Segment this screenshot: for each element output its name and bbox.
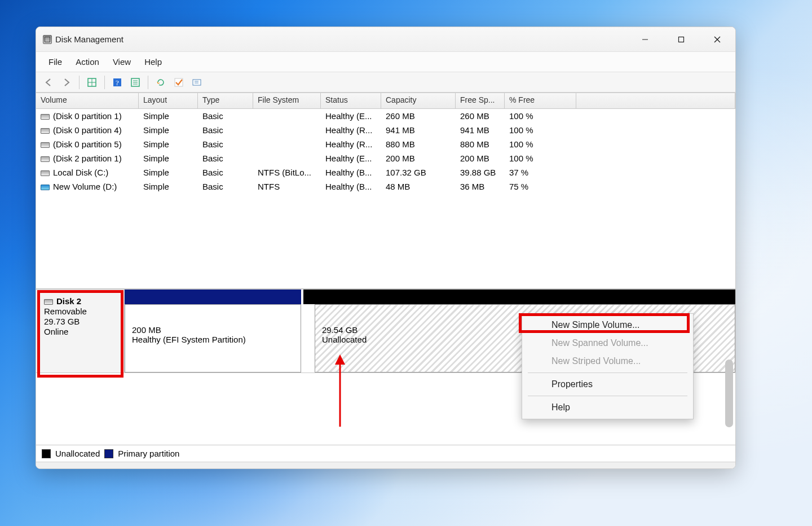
volume-table: Volume Layout Type File System Status Ca… [36,93,735,288]
list-icon [130,77,140,87]
cell-layout: Simple [139,125,198,135]
cell-capacity: 200 MB [381,154,456,163]
minimize-icon [642,36,648,43]
scrollbar-vertical[interactable] [725,360,733,427]
help-icon: ? [112,77,122,87]
cell-volume: (Disk 0 partition 1) [53,111,122,121]
cell-pct-free: 100 % [505,125,576,135]
column-filesystem[interactable]: File System [253,93,321,108]
maximize-button[interactable] [663,27,699,52]
cell-pct-free: 100 % [505,111,576,121]
cell-status: Healthy (B... [321,182,381,191]
cell-status: Healthy (E... [321,154,381,163]
back-icon [43,77,54,87]
column-free-space[interactable]: Free Sp... [456,93,505,108]
cell-layout: Simple [139,154,198,163]
forward-icon [61,77,72,87]
table-row[interactable]: (Disk 2 partition 1) Simple Basic Health… [36,151,735,165]
cell-layout: Simple [139,168,198,177]
partition-header-primary [125,290,301,304]
cell-pct-free: 75 % [505,182,576,191]
svg-text:?: ? [116,78,119,87]
menu-help[interactable]: Help [138,55,169,69]
maximize-icon [678,36,685,43]
column-type[interactable]: Type [198,93,253,108]
cell-type: Basic [198,168,253,177]
help-button[interactable]: ? [109,74,125,90]
cell-capacity: 260 MB [381,111,456,121]
menu-view[interactable]: View [106,55,138,69]
highlight-box-menu-item [519,313,690,333]
cell-pct-free: 100 % [505,139,576,149]
statusbar [36,462,735,468]
partition-header-unallocated [303,290,735,304]
menu-separator [528,396,687,396]
cell-volume: New Volume (D:) [53,182,117,191]
grid-icon [87,77,97,87]
cell-type: Basic [198,111,253,121]
column-volume[interactable]: Volume [36,93,139,108]
context-menu: New Simple Volume... New Spanned Volume.… [522,313,694,419]
arrow-up-icon [332,354,348,428]
show-hide-console-button[interactable] [84,74,100,90]
table-row[interactable]: (Disk 0 partition 5) Simple Basic Health… [36,137,735,151]
cell-filesystem: NTFS [253,182,321,191]
cell-capacity: 880 MB [381,139,456,149]
svg-rect-14 [193,80,201,85]
menu-action[interactable]: Action [69,55,106,69]
partition-efi[interactable]: 200 MB Healthy (EFI System Partition) [125,304,301,372]
cell-volume: (Disk 0 partition 5) [53,139,122,149]
cell-free-space: 36 MB [456,182,505,191]
column-layout[interactable]: Layout [139,93,198,108]
close-button[interactable] [699,27,735,52]
back-button[interactable] [41,74,56,90]
cell-volume: (Disk 0 partition 4) [53,125,122,135]
partition-desc: Healthy (EFI System Partition) [132,335,294,344]
cell-type: Basic [198,125,253,135]
cell-free-space: 39.88 GB [456,168,505,177]
minimize-button[interactable] [627,27,663,52]
cell-type: Basic [198,139,253,149]
column-pct-free[interactable]: % Free [505,93,576,108]
cell-capacity: 941 MB [381,125,456,135]
cell-type: Basic [198,182,253,191]
check-button[interactable] [171,74,187,90]
check-icon [174,77,184,87]
svg-marker-18 [335,354,345,365]
table-row[interactable]: (Disk 0 partition 1) Simple Basic Health… [36,109,735,123]
cell-filesystem: NTFS (BitLo... [253,168,321,177]
menu-item-help[interactable]: Help [522,398,693,417]
window-title: Disk Management [55,34,123,44]
cell-type: Basic [198,154,253,163]
volume-table-header: Volume Layout Type File System Status Ca… [36,93,735,109]
menubar: File Action View Help [36,52,735,72]
settings-button[interactable] [189,74,205,90]
toolbar: ? [36,72,735,93]
column-status[interactable]: Status [321,93,381,108]
app-icon [43,35,52,44]
disk-icon [41,170,50,176]
column-capacity[interactable]: Capacity [381,93,456,108]
refresh-icon [156,77,166,87]
menu-item-properties[interactable]: Properties [522,375,693,393]
disk-icon [41,142,50,148]
table-row[interactable]: New Volume (D:) Simple Basic NTFS Health… [36,179,735,194]
menu-separator [528,372,687,373]
partition-size: 200 MB [132,325,294,335]
highlight-box-disk [37,290,123,378]
refresh-button[interactable] [153,74,169,90]
table-row[interactable]: (Disk 0 partition 4) Simple Basic Health… [36,123,735,137]
menu-file[interactable]: File [42,55,69,69]
cell-volume: Local Disk (C:) [53,168,108,177]
disk-icon [41,156,50,162]
table-row[interactable]: Local Disk (C:) Simple Basic NTFS (BitLo… [36,165,735,179]
cell-layout: Simple [139,111,198,121]
settings-icon [192,77,202,87]
cell-free-space: 260 MB [456,111,505,121]
cell-capacity: 107.32 GB [381,168,456,177]
legend-unallocated: Unallocated [55,449,100,458]
forward-button[interactable] [59,74,74,90]
cell-pct-free: 100 % [505,154,576,163]
action-list-button[interactable] [127,74,143,90]
cell-layout: Simple [139,182,198,191]
